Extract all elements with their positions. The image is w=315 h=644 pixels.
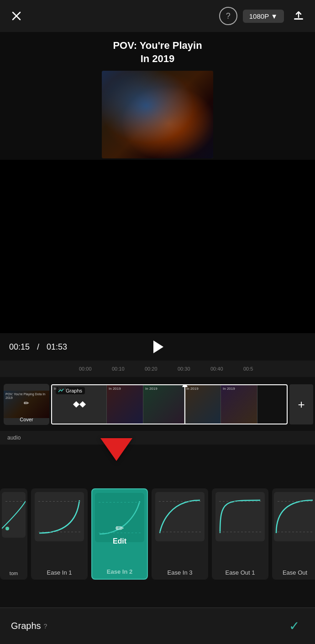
timeline-area: POV: You're Playing Dota In 2019 ✏ Cover… [0, 377, 315, 432]
ruler-mark-2: 00:20 [145, 366, 159, 372]
checkmark-icon: ✓ [289, 618, 299, 634]
video-frame [102, 71, 213, 158]
ease-card-ease-out[interactable]: Ease Out [272, 488, 315, 580]
playback-controls: 00:15 / 01:53 [0, 333, 315, 361]
edit-overlay-text: Edit [113, 537, 126, 545]
edit-pencil-overlay-icon: ✏ [116, 523, 124, 534]
curve-out-1 [215, 492, 265, 541]
ease-canvas-in-3 [155, 492, 205, 541]
clip-segment-4: In 2019 [221, 385, 257, 424]
audio-label: audio [7, 435, 21, 441]
graph-icon [58, 388, 64, 393]
ruler-mark-4: 00:40 [210, 366, 225, 372]
dashed-top-in1 [38, 501, 80, 502]
diamond-marker-0 [73, 401, 79, 408]
diamond-marker-1 [79, 401, 85, 408]
ease-canvas-out-1 [215, 492, 265, 541]
ease-card-ease-in-3[interactable]: Ease In 3 [152, 488, 208, 580]
resolution-arrow-icon: ▼ [271, 12, 278, 20]
seg4-label: In 2019 [223, 387, 235, 391]
time-separator: / [37, 342, 39, 352]
clip-segment-3: In 2019 [184, 385, 221, 424]
ruler-mark-1: 00:10 [112, 366, 126, 372]
resolution-button[interactable]: 1080P ▼ [243, 10, 284, 23]
ease-label-in-3: Ease In 3 [168, 569, 193, 576]
ruler-mark-3: 00:30 [178, 366, 192, 372]
curve-in-3 [155, 492, 205, 541]
edit-pencil-icon: ✏ [24, 399, 29, 407]
ease-card-ease-in-1[interactable]: Ease In 1 [31, 488, 88, 580]
dashed-line-top-custom [5, 501, 22, 502]
bottom-toolbar: Graphs ? ✓ [0, 607, 315, 644]
close-button[interactable] [7, 7, 26, 25]
audio-strip: audio [0, 431, 315, 445]
ease-card-custom[interactable]: tom [0, 488, 27, 580]
ease-canvas-out [274, 492, 315, 541]
edit-overlay: ✏ Edit [92, 489, 147, 579]
resolution-label: 1080P [249, 12, 269, 20]
ease-canvas-in-1 [35, 492, 84, 541]
red-arrow-icon [100, 438, 132, 461]
export-icon [293, 10, 304, 22]
clip-segment-2: In 2019 [143, 385, 184, 424]
dashed-bottom-in1 [38, 532, 80, 532]
add-icon: + [298, 398, 304, 412]
curve-out [274, 492, 315, 541]
clip-segment-1: In 2019 [107, 385, 143, 424]
dashed-top-out1 [219, 501, 261, 502]
dot-custom [5, 527, 9, 530]
toolbar-help-icon[interactable]: ? [44, 623, 47, 630]
ease-label-in-1: Ease In 1 [47, 569, 72, 576]
video-title: POV: You're Playin In 2019 [113, 39, 202, 65]
play-button[interactable] [147, 337, 168, 357]
dashed-bottom-out1 [219, 532, 261, 532]
ease-cards-area: tom Ease In 1 ✏ Edit Ease In 2 [0, 475, 315, 593]
clip-cover[interactable]: POV: You're Playing Dota In 2019 ✏ Cover [4, 384, 49, 425]
ruler-mark-5: 00:5 [243, 366, 258, 372]
video-area: POV: You're Playin In 2019 [0, 32, 315, 333]
ruler-mark-0: 00:00 [79, 366, 94, 372]
clip-strip[interactable]: Graphs In 2019 In 2019 In 2019 In 2019 I… [51, 384, 288, 424]
video-black-area [0, 160, 315, 333]
curve-in-1 [35, 492, 84, 541]
arrow-indicator [100, 438, 132, 461]
dashed-bottom-in3 [159, 532, 201, 532]
ease-card-ease-out-1[interactable]: Ease Out 1 [212, 488, 268, 580]
add-clip-button[interactable]: + [289, 384, 313, 424]
toolbar-label-area: Graphs ? [11, 621, 47, 631]
playhead [184, 385, 185, 424]
confirm-button[interactable]: ✓ [284, 616, 304, 636]
dashed-top-in3 [159, 501, 201, 502]
ease-label-custom: tom [10, 571, 18, 576]
toolbar-label: Graphs [11, 621, 41, 631]
seg3-label: In 2019 [186, 387, 199, 391]
close-icon [11, 10, 22, 21]
curve-custom [2, 492, 26, 538]
current-time: 00:15 [9, 342, 30, 352]
graphs-badge: Graphs [56, 387, 85, 394]
play-icon [153, 340, 163, 353]
ease-card-ease-in-2[interactable]: ✏ Edit Ease In 2 [91, 488, 148, 580]
export-button[interactable] [289, 7, 308, 25]
ease-label-out: Ease Out [283, 569, 307, 576]
header: ? 1080P ▼ [0, 0, 315, 32]
help-button[interactable]: ? [219, 7, 237, 25]
total-time: 01:53 [47, 342, 67, 352]
seg2-label: In 2019 [145, 387, 158, 391]
help-icon: ? [226, 11, 231, 21]
cover-label: Cover [4, 417, 49, 422]
seg1-label: In 2019 [109, 387, 121, 391]
dashed-bottom-out [278, 532, 312, 532]
timeline-ruler: 00:00 00:10 00:20 00:30 00:40 00:5 [0, 361, 315, 377]
video-thumbnail [102, 71, 213, 158]
svg-rect-2 [294, 18, 303, 20]
dashed-top-out [278, 501, 312, 502]
ease-label-out-1: Ease Out 1 [225, 569, 255, 576]
ease-canvas-custom [2, 492, 26, 538]
